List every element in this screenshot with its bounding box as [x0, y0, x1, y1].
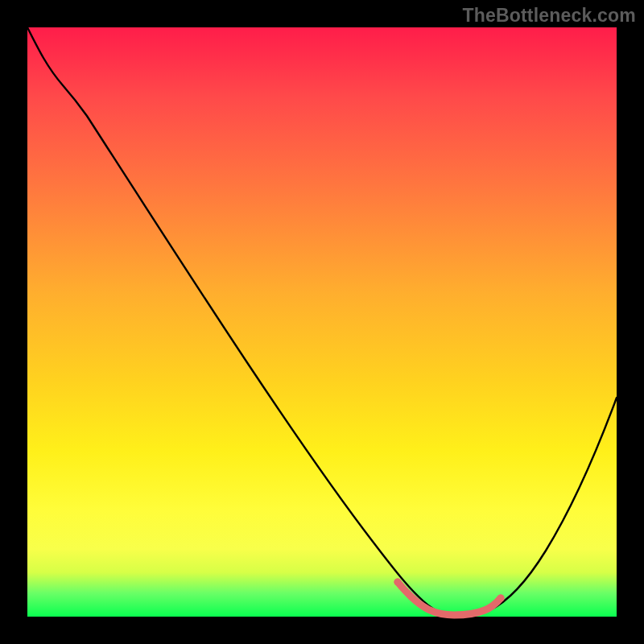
bottleneck-curve: [27, 27, 617, 614]
curve-layer: [27, 27, 617, 617]
gradient-plot-area: [27, 27, 617, 617]
chart-stage: TheBottleneck.com: [0, 0, 644, 644]
highlight-end-right: [497, 594, 504, 601]
watermark-text: TheBottleneck.com: [462, 5, 636, 27]
highlight-band: [398, 582, 501, 615]
highlight-end-left: [394, 578, 401, 585]
